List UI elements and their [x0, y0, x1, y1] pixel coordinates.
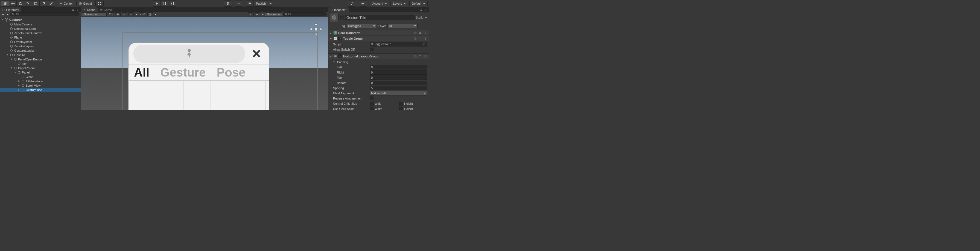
- scene-search-input[interactable]: [288, 13, 325, 16]
- layer-dropdown[interactable]: UI: [387, 24, 418, 28]
- component-menu-icon[interactable]: [423, 37, 427, 40]
- account-dropdown[interactable]: Account: [370, 1, 390, 6]
- tree-row[interactable]: Scroll View: [0, 83, 81, 88]
- tree-row[interactable]: Close: [0, 75, 81, 79]
- camera-toggle[interactable]: [255, 12, 260, 16]
- tree-row[interactable]: Plane: [0, 35, 81, 40]
- tree-row[interactable]: GestureLoader: [0, 48, 81, 53]
- gizmos-dropdown[interactable]: Gizmos: [265, 12, 282, 16]
- foldout-icon[interactable]: [18, 79, 21, 83]
- component-help-icon[interactable]: [414, 54, 417, 58]
- component-menu-icon[interactable]: [423, 54, 427, 58]
- game-tab[interactable]: Game: [98, 7, 114, 12]
- orientation-gizmo[interactable]: [309, 22, 323, 37]
- cloud-button[interactable]: [359, 1, 367, 6]
- gameobject-active-checkbox[interactable]: [340, 16, 344, 19]
- tree-row[interactable]: GestureTitle: [0, 88, 81, 92]
- static-dropdown[interactable]: [425, 17, 427, 18]
- tree-row[interactable]: Directional Light: [0, 27, 81, 31]
- scene-viewport[interactable]: All Gesture Pose: [81, 17, 328, 110]
- inspector-menu-icon[interactable]: [424, 8, 428, 12]
- left-field[interactable]: 0: [370, 65, 427, 70]
- tree-row[interactable]: Panel: [0, 70, 81, 75]
- child-align-dropdown[interactable]: Middle Left: [370, 91, 427, 95]
- foldout-icon[interactable]: [10, 58, 13, 61]
- publish-cloud-icon[interactable]: [246, 1, 254, 6]
- tree-row[interactable]: ZepetoPlayers: [0, 44, 81, 48]
- tree-row[interactable]: PanelOpenButton: [0, 57, 81, 62]
- layout-enabled-checkbox[interactable]: [338, 54, 342, 58]
- toggle-group-header[interactable]: Toggle Group: [328, 36, 429, 41]
- transform-tool[interactable]: [40, 1, 47, 6]
- scale-height-checkbox[interactable]: [399, 107, 403, 110]
- gameobject-icon[interactable]: [330, 13, 339, 22]
- tree-row[interactable]: ZepetoScriptContext: [0, 31, 81, 35]
- foldout-icon[interactable]: [1, 18, 5, 21]
- move-tool[interactable]: [9, 1, 17, 6]
- scene-search[interactable]: [283, 12, 327, 16]
- padding-foldout[interactable]: [333, 61, 336, 63]
- component-preset-icon[interactable]: [418, 54, 422, 58]
- hierarchy-search[interactable]: [10, 12, 80, 16]
- shading-dropdown[interactable]: Shaded: [82, 12, 107, 16]
- step-button[interactable]: [169, 1, 176, 6]
- component-help-icon[interactable]: [414, 31, 417, 35]
- publish-button[interactable]: Publish: [254, 1, 268, 6]
- bottom-field[interactable]: 0: [370, 81, 427, 85]
- inspector-lock-icon[interactable]: [420, 8, 423, 12]
- hand-tool[interactable]: [2, 1, 9, 6]
- foldout-icon[interactable]: [18, 84, 21, 87]
- hierarchy-tab[interactable]: Hierarchy: [0, 7, 21, 12]
- component-help-icon[interactable]: [414, 37, 417, 40]
- spacing-field[interactable]: 50: [370, 86, 427, 90]
- tools-toggle[interactable]: [248, 12, 253, 16]
- layout-dropdown[interactable]: Default: [409, 1, 428, 6]
- scene-tab[interactable]: Scene: [81, 7, 98, 12]
- foldout-icon[interactable]: [18, 88, 21, 92]
- publish-dropdown[interactable]: [268, 1, 273, 6]
- pause-button[interactable]: [161, 1, 169, 6]
- tree-row[interactable]: Gesture: [0, 53, 81, 57]
- inspector-tab[interactable]: Inspector: [328, 7, 348, 12]
- scene-menu-icon[interactable]: [75, 18, 79, 22]
- foldout-icon[interactable]: [6, 53, 9, 57]
- scene-menu-icon[interactable]: [323, 8, 327, 12]
- scale-tool[interactable]: [24, 1, 32, 6]
- custom-tools[interactable]: [47, 1, 55, 6]
- component-preset-icon[interactable]: [418, 31, 422, 35]
- hierarchy-menu-icon[interactable]: [76, 8, 80, 12]
- sync-button[interactable]: [348, 1, 356, 6]
- play-button[interactable]: [153, 1, 161, 6]
- scene-row[interactable]: Gesture*: [0, 17, 81, 22]
- collab-button[interactable]: [224, 1, 232, 6]
- hierarchy-create-dropdown[interactable]: [6, 14, 9, 15]
- toggle-group-enabled-checkbox[interactable]: [338, 37, 342, 40]
- reverse-checkbox[interactable]: [370, 97, 374, 100]
- pivot-toggle[interactable]: Center: [57, 1, 75, 6]
- object-picker-icon[interactable]: [422, 42, 426, 46]
- foldout-icon[interactable]: [10, 67, 13, 70]
- allow-switch-off-checkbox[interactable]: [370, 48, 374, 51]
- foldout-icon[interactable]: [14, 71, 17, 74]
- rotate-tool[interactable]: [17, 1, 24, 6]
- tree-row[interactable]: icon: [0, 62, 81, 66]
- audio-toggle[interactable]: [122, 12, 127, 16]
- tree-row[interactable]: TitleInterface: [0, 79, 81, 83]
- grid-dropdown[interactable]: [154, 14, 157, 15]
- horizontal-layout-header[interactable]: Horizontal Layout Group: [328, 54, 429, 59]
- layers-dropdown[interactable]: Layers: [390, 1, 408, 6]
- tag-dropdown[interactable]: Untagged: [347, 24, 377, 28]
- fx-toggle[interactable]: [128, 12, 134, 16]
- hierarchy-search-input[interactable]: [16, 13, 78, 16]
- space-toggle[interactable]: Global: [76, 1, 94, 6]
- gameobject-name-field[interactable]: [345, 15, 415, 20]
- tree-row[interactable]: EventSystem: [0, 40, 81, 44]
- services-button[interactable]: [235, 1, 243, 6]
- component-preset-icon[interactable]: [418, 37, 422, 40]
- rect-transform-header[interactable]: Rect Transform: [328, 30, 429, 35]
- lighting-toggle[interactable]: [115, 12, 121, 16]
- control-width-checkbox[interactable]: [370, 102, 374, 106]
- grid-toggle[interactable]: [147, 12, 153, 16]
- rect-tool[interactable]: [32, 1, 40, 6]
- camera-dropdown[interactable]: [262, 14, 264, 15]
